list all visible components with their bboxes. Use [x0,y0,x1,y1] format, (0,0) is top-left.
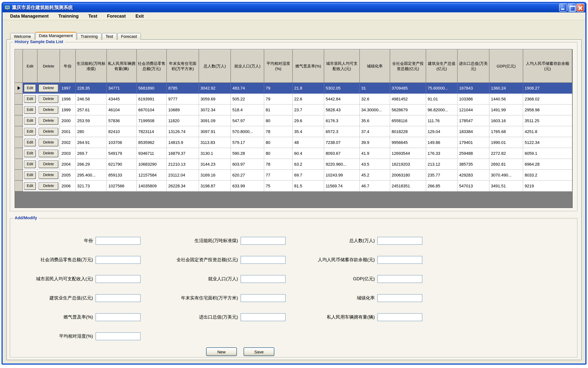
grid-cell: 429283 [457,170,489,180]
grid-cell: 1765.68 [489,126,523,137]
grid-cell: 31 [359,83,390,93]
grid-cell: 280 [75,126,107,137]
grid-cell: 21.8 [293,83,324,93]
grid-cell: 82410 [107,126,137,137]
delete-button[interactable]: Delete [39,128,58,136]
fixed-asset-investment-input[interactable] [241,256,285,264]
delete-cell: Delete [37,104,60,115]
minimize-button[interactable] [559,4,567,12]
avg-relative-humidity-input[interactable] [96,332,140,340]
grid-cell: 3511.25 [523,115,572,126]
edit-button[interactable]: Edit [24,139,36,147]
residential-area-input[interactable] [241,294,285,302]
delete-button[interactable]: Delete [39,171,58,179]
menu-item-forecast[interactable]: Forecast [103,13,129,19]
grid-cell: 1908.27 [523,83,572,93]
save-button[interactable]: Save [244,347,274,356]
gas-penetration-input[interactable] [96,313,140,321]
tab-trainning[interactable]: Trainning [77,33,101,40]
column-header: GDP(亿元) [489,50,523,83]
year-input[interactable] [96,237,140,245]
grid-cell: 1990.01 [489,137,523,148]
delete-button[interactable]: Delete [39,84,58,92]
row-selector[interactable] [15,137,23,148]
menu-item-data-management[interactable]: Data Management [6,13,52,19]
construction-output-input[interactable] [96,294,140,302]
edit-button[interactable]: Edit [24,171,36,179]
column-header: 年末实有住宅面积(万平方米) [166,50,199,83]
grid-cell: 2006 [60,180,75,191]
private-vehicles-input[interactable] [377,313,422,321]
grid-cell: 8785 [166,83,199,93]
edit-button[interactable]: Edit [24,160,36,168]
history-data-grid: EditDelete年份生活能耗(万吨标准煤)私人民用车辆拥有量(辆)社会消费品… [15,49,573,208]
history-group-title: History Sample Data List [13,39,65,44]
grid-cell: 3709485 [390,83,426,93]
tab-forecast[interactable]: Forecast [117,33,141,40]
delete-cell: Delete [37,148,60,159]
row-selector[interactable] [15,115,23,126]
gdp-input[interactable] [377,275,422,283]
menu-item-test[interactable]: Test [84,13,101,19]
maximize-button[interactable] [568,4,576,12]
row-selector[interactable] [15,93,23,104]
new-button[interactable]: New [206,347,237,356]
import-export-value-input[interactable] [241,313,285,321]
grid-cell: 46.7 [359,180,390,191]
urbanization-rate-input[interactable] [377,294,422,302]
close-button[interactable] [576,4,584,12]
titlebar[interactable]: 重庆市居住建筑能耗预测系统 [3,3,585,12]
edit-button[interactable]: Edit [24,117,36,125]
grid-cell: 21210.13 [166,159,199,170]
grid-cell: 103706 [107,137,137,148]
menu-item-trainning[interactable]: Trainning [55,13,82,19]
form-fields: 年份生活能耗(万吨标准煤)总人数(万人)社会消费品零售总额(万元)全社会固定资产… [10,219,577,346]
grid-cell: 10689 [166,104,199,115]
delete-button[interactable]: Delete [39,106,58,114]
tab-welcome[interactable]: Welcome [10,33,35,40]
row-selector[interactable] [15,83,23,93]
retail-sales-input[interactable] [96,256,140,264]
total-population-input[interactable] [377,237,422,245]
column-header: 全社会固定资产投资总额(亿元) [390,50,426,83]
edit-button[interactable]: Edit [24,182,36,190]
row-selector[interactable] [15,170,23,180]
add-modify-group-title: Add/Modify [13,215,39,220]
column-header: 人均人民币储蓄存款余额(元) [523,50,572,83]
row-selector[interactable] [15,126,23,137]
savings-per-capita-input[interactable] [377,256,422,264]
grid-cell: 80 [264,137,293,148]
row-selector[interactable] [15,159,23,170]
row-selector[interactable] [15,180,23,191]
edit-button[interactable]: Edit [24,84,36,92]
employed-population-input[interactable] [241,275,285,283]
grid-cell: 41.9 [359,148,390,159]
urbanization-rate-label: 城镇化率 [285,295,377,301]
grid-cell: 3059.69 [199,93,231,104]
row-selector[interactable] [15,104,23,115]
life-energy-input[interactable] [241,237,285,245]
delete-button[interactable]: Delete [39,160,58,168]
disposable-income-input[interactable] [96,275,140,283]
tab-data-management[interactable]: Data Management [35,32,76,40]
table-row: EditDelete200128082410782311413126.74309… [15,126,572,137]
form-slot: 就业人口(万人) [140,275,285,283]
add-modify-group: Add/Modify 年份生活能耗(万吨标准煤)总人数(万人)社会消费品零售总额… [10,218,578,358]
edit-cell: Edit [23,137,37,148]
row-selector[interactable] [15,148,23,159]
delete-button[interactable]: Delete [39,117,58,125]
edit-button[interactable]: Edit [24,106,36,114]
grid-cell: 3198.87 [199,180,231,191]
grid-cell: 4251.8 [523,126,572,137]
tab-test[interactable]: Test [102,33,117,40]
delete-button[interactable]: Delete [39,95,58,103]
menu-item-exit[interactable]: Exit [132,13,147,19]
edit-button[interactable]: Edit [24,149,36,157]
delete-button[interactable]: Delete [39,182,58,190]
delete-button[interactable]: Delete [39,139,58,147]
edit-button[interactable]: Edit [24,128,36,136]
edit-button[interactable]: Edit [24,95,36,103]
import-export-value-label: 进出口总值(万美元) [140,314,241,320]
delete-button[interactable]: Delete [39,149,58,157]
grid-cell: 549179 [107,148,137,159]
